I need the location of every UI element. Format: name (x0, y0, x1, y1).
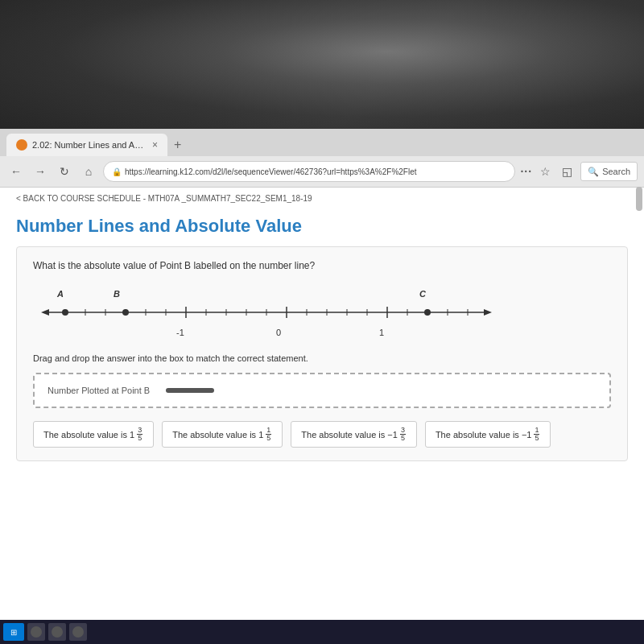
taskbar-item-3[interactable] (69, 623, 87, 641)
question-text: What is the absolute value of Point B la… (33, 260, 611, 271)
number-line-numbers: -1 0 1 (33, 328, 611, 341)
svg-marker-1 (484, 309, 492, 316)
answer-chip-3-text: The absolute value is −1 (301, 430, 398, 440)
answer-chip-2-text: The absolute value is 1 (172, 430, 263, 440)
taskbar-icon-3 (72, 626, 84, 638)
search-label: Search (602, 167, 630, 176)
answer-chip-1[interactable]: The absolute value is 1 3 5 (33, 421, 154, 448)
answer-chip-1-text: The absolute value is 1 (43, 430, 134, 440)
number-line-labels: A B C (33, 284, 611, 299)
answer-choices: The absolute value is 1 3 5 The absolute… (33, 421, 611, 448)
svg-point-25 (424, 309, 431, 316)
nl-minus1: -1 (176, 328, 184, 337)
tab-bar: 2.02: Number Lines and Absolu × + (0, 129, 644, 156)
answer-chip-2-frac: 1 5 (266, 427, 271, 442)
nl-zero: 0 (276, 328, 281, 337)
answer-chip-2[interactable]: The absolute value is 1 1 5 (162, 421, 283, 448)
browser-chrome: 2.02: Number Lines and Absolu × + ← → ↻ … (0, 129, 644, 188)
lock-icon: 🔒 (112, 167, 122, 176)
label-b: B (114, 289, 120, 299)
browser-tab[interactable]: 2.02: Number Lines and Absolu × (6, 134, 167, 156)
number-line-svg (33, 300, 500, 324)
answer-chip-3-frac: 3 5 (400, 427, 406, 442)
home-button[interactable]: ⌂ (79, 162, 98, 181)
taskbar-icon-1 (31, 626, 42, 638)
back-button[interactable]: ← (6, 162, 26, 181)
svg-point-24 (122, 309, 129, 316)
page-content: < BACK TO COURSE SCHEDULE - MTH07A _SUMM… (0, 188, 644, 644)
tab-close-button[interactable]: × (152, 139, 158, 151)
answer-chip-3[interactable]: The absolute value is −1 3 5 (291, 421, 417, 448)
laptop-screen: 2.02: Number Lines and Absolu × + ← → ↻ … (0, 129, 644, 644)
search-icon: 🔍 (588, 167, 599, 177)
share-button[interactable]: ◱ (559, 163, 576, 180)
label-c: C (419, 289, 426, 299)
address-bar: ← → ↻ ⌂ 🔒 https://learning.k12.com/d2l/l… (0, 156, 644, 187)
nl-one: 1 (379, 328, 384, 337)
drop-label: Number Plotted at Point B (47, 386, 150, 395)
taskbar: ⊞ (0, 620, 644, 644)
bookmark-button[interactable]: ☆ (537, 163, 554, 180)
answer-chip-1-frac: 3 5 (137, 427, 142, 442)
search-box[interactable]: 🔍 Search (580, 162, 638, 181)
taskbar-icon-2 (52, 626, 63, 638)
taskbar-item-1[interactable] (27, 623, 45, 641)
svg-marker-2 (41, 309, 49, 316)
drag-instruction: Drag and drop the answer into the box to… (33, 353, 611, 363)
quiz-container: What is the absolute value of Point B la… (16, 246, 628, 461)
breadcrumb-text: < BACK TO COURSE SCHEDULE - MTH07A _SUMM… (16, 194, 312, 203)
answer-chip-4-frac: 1 5 (534, 427, 539, 442)
tab-label: 2.02: Number Lines and Absolu (32, 140, 144, 150)
page-title: Number Lines and Absolute Value (0, 209, 644, 246)
taskbar-item-2[interactable] (48, 623, 66, 641)
background-photo (0, 0, 644, 129)
breadcrumb[interactable]: < BACK TO COURSE SCHEDULE - MTH07A _SUMM… (0, 188, 644, 209)
start-button[interactable]: ⊞ (3, 623, 24, 641)
dragged-item (166, 388, 214, 393)
url-bar[interactable]: 🔒 https://learning.k12.com/d2l/le/sequen… (103, 161, 515, 182)
forward-button[interactable]: → (31, 162, 50, 181)
answer-chip-4[interactable]: The absolute value is −1 1 5 (425, 421, 551, 448)
new-tab-button[interactable]: + (167, 138, 188, 152)
label-a: A (57, 289, 64, 299)
scroll-indicator[interactable] (636, 187, 642, 211)
more-options-button[interactable]: ··· (520, 165, 532, 178)
tab-favicon (16, 139, 27, 151)
number-line: A B C (33, 284, 611, 341)
answer-chip-4-text: The absolute value is −1 (436, 430, 532, 440)
url-text: https://learning.k12.com/d2l/le/sequence… (125, 167, 417, 176)
drop-area[interactable]: Number Plotted at Point B (33, 373, 611, 408)
svg-point-23 (62, 309, 68, 316)
reload-button[interactable]: ↻ (55, 162, 74, 181)
